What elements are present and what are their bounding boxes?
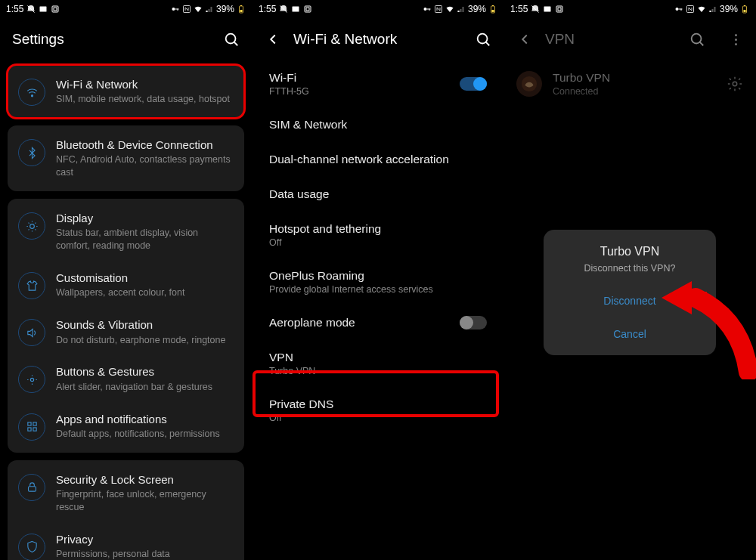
svg-rect-6	[177, 9, 178, 11]
svg-point-4	[172, 8, 175, 11]
svg-rect-23	[305, 6, 311, 12]
svg-point-32	[478, 34, 488, 44]
settings-item-buttons[interactable]: Buttons & Gestures Alert slider, navigat…	[8, 355, 244, 402]
svg-rect-39	[678, 9, 682, 10]
search-icon[interactable]	[223, 31, 240, 48]
status-bar: 1:55 39%	[0, 0, 252, 18]
search-icon[interactable]	[689, 31, 705, 48]
settings-item-apps[interactable]: Apps and notifications Default apps, not…	[8, 403, 244, 450]
svg-rect-1	[40, 7, 47, 12]
item-wifi[interactable]: Wi-Fi FTTH-5G	[256, 60, 500, 107]
lock-icon	[18, 474, 45, 501]
svg-point-25	[423, 8, 426, 11]
wifi-icon	[697, 5, 706, 14]
svg-point-13	[31, 94, 33, 96]
item-dual-channel[interactable]: Dual-channel network acceleration	[256, 142, 500, 177]
svg-rect-27	[429, 9, 429, 11]
settings-group: Security & Lock Screen Fingerprint, face…	[8, 460, 244, 560]
svg-point-15	[30, 378, 33, 381]
svg-rect-35	[544, 7, 551, 12]
settings-item-display[interactable]: Display Status bar, ambient display, vis…	[8, 202, 244, 261]
more-button[interactable]	[728, 31, 743, 48]
svg-rect-5	[175, 9, 178, 10]
svg-rect-17	[33, 422, 36, 425]
picture-icon	[291, 5, 300, 14]
settings-item-sounds[interactable]: Sounds & Vibration Do not disturb, earph…	[8, 308, 244, 355]
svg-point-11	[226, 34, 236, 44]
svg-rect-24	[306, 8, 309, 11]
battery-icon	[740, 5, 749, 14]
disconnect-dialog: Turbo VPN Disconnect this VPN? Disconnec…	[544, 230, 716, 355]
svg-rect-20	[28, 487, 36, 491]
svg-point-48	[733, 82, 737, 86]
svg-point-45	[692, 34, 702, 44]
nfc-icon	[434, 5, 443, 14]
item-hotspot[interactable]: Hotspot and tethering Off	[256, 212, 500, 258]
signal-icon	[708, 5, 717, 14]
settings-group: Display Status bar, ambient display, vis…	[8, 199, 244, 453]
search-icon[interactable]	[475, 31, 491, 48]
signal-icon	[457, 5, 466, 14]
dialog-message: Disconnect this VPN?	[544, 263, 716, 274]
page-title: Wi-Fi & Network	[293, 31, 463, 48]
row-sub: NFC, Android Auto, contactless payments …	[56, 153, 234, 179]
key-icon	[171, 5, 180, 14]
picture-icon	[543, 5, 552, 14]
settings-header: Settings	[0, 18, 252, 60]
screenshot-icon	[303, 5, 312, 14]
gestures-icon	[18, 366, 45, 393]
svg-rect-3	[54, 8, 57, 11]
dialog-title: Turbo VPN	[544, 245, 716, 258]
svg-rect-16	[27, 422, 30, 425]
page-title: VPN	[545, 31, 677, 48]
item-vpn[interactable]: VPN Turbo VPN	[256, 340, 500, 387]
settings-item-bluetooth[interactable]: Bluetooth & Device Connection NFC, Andro…	[8, 128, 244, 188]
status-bar: 1:55 39%	[253, 0, 503, 18]
picture-icon	[39, 5, 48, 14]
svg-rect-2	[52, 6, 58, 12]
vpn-header: VPN	[504, 18, 755, 60]
row-title: Wi-Fi & Network	[56, 77, 234, 92]
settings-item-security[interactable]: Security & Lock Screen Fingerprint, face…	[8, 463, 244, 523]
settings-item-customisation[interactable]: Customisation Wallpapers, accent colour,…	[8, 261, 244, 308]
row-sub: SIM, mobile network, data usage, hotspot	[56, 93, 234, 106]
nfc-icon	[182, 5, 191, 14]
wifi-network-panel: 1:55 39% Wi-Fi & Network Wi-Fi FTTH-5G	[252, 0, 503, 560]
turbo-vpn-icon	[516, 71, 542, 97]
svg-line-33	[486, 42, 490, 46]
back-button[interactable]	[265, 31, 281, 48]
cancel-button[interactable]: Cancel	[544, 317, 716, 351]
status-bar: 1:55 39%	[504, 0, 755, 18]
svg-rect-10	[240, 5, 242, 6]
settings-item-wifi-network[interactable]: Wi-Fi & Network SIM, mobile network, dat…	[8, 68, 244, 115]
signal-icon	[205, 5, 214, 14]
battery-icon	[488, 5, 497, 14]
vpn-entry[interactable]: Turbo VPN Connected	[504, 60, 755, 107]
back-button[interactable]	[516, 31, 533, 48]
tshirt-icon	[18, 272, 45, 299]
svg-rect-26	[426, 9, 430, 10]
settings-group: Bluetooth & Device Connection NFC, Andro…	[8, 125, 244, 191]
item-roaming[interactable]: OnePlus Roaming Provide global Internet …	[256, 258, 500, 305]
svg-rect-44	[744, 5, 745, 6]
item-aeroplane[interactable]: Aeroplane mode	[256, 305, 500, 340]
item-private-dns[interactable]: Private DNS Off	[256, 387, 500, 434]
settings-item-privacy[interactable]: Privacy Permissions, personal data	[8, 523, 244, 560]
item-sim-network[interactable]: SIM & Network	[256, 107, 500, 142]
wifi-icon	[194, 5, 203, 14]
disconnect-button[interactable]: Disconnect	[544, 284, 716, 317]
battery-percent: 39%	[216, 4, 234, 14]
svg-rect-37	[558, 8, 561, 11]
svg-rect-30	[492, 10, 494, 12]
key-icon	[423, 5, 432, 14]
item-data-usage[interactable]: Data usage	[256, 177, 500, 212]
aeroplane-toggle[interactable]	[460, 316, 487, 330]
brightness-icon	[18, 212, 45, 240]
settings-panel: 1:55 39% Settings Wi-Fi & Network SIM, m…	[0, 0, 252, 560]
svg-rect-31	[492, 5, 494, 6]
dnd-icon	[531, 5, 540, 14]
svg-line-12	[234, 42, 238, 46]
gear-icon[interactable]	[727, 76, 743, 92]
wifi-header: Wi-Fi & Network	[253, 18, 503, 60]
wifi-toggle[interactable]	[460, 77, 487, 91]
